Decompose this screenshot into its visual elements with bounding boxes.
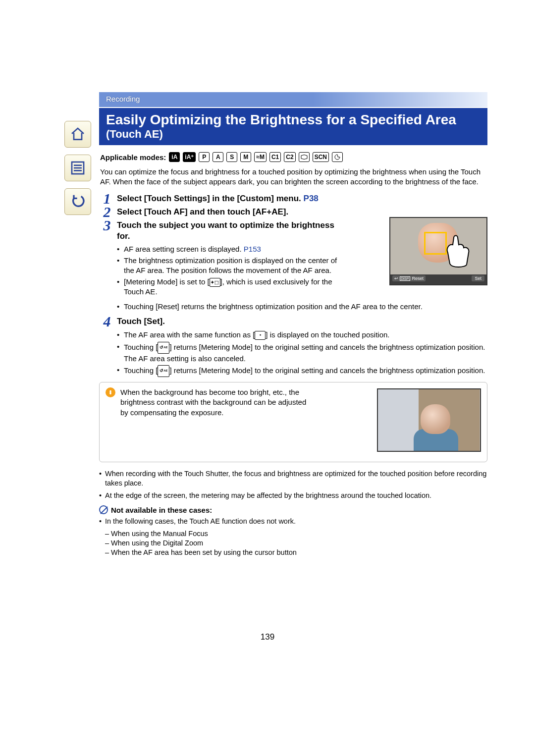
- step-number: 4: [99, 313, 115, 330]
- step-4-bullet: Touching [↺AE] returns [Metering Mode] t…: [117, 365, 487, 377]
- step-3-title: Touch the subject you want to optimize t…: [117, 220, 334, 240]
- mode-chip-m: M: [240, 152, 251, 162]
- mode-chip-c1: C1: [269, 152, 281, 162]
- page-ref-link[interactable]: P38: [304, 194, 319, 203]
- step-4: 4 Touch [Set]. The AF area with the same…: [99, 316, 487, 377]
- na-item: When the AF area has been set by using t…: [99, 548, 487, 557]
- page-title-bar: Easily Optimizing the Brightness for a S…: [99, 108, 487, 145]
- page-number: 139: [0, 632, 535, 642]
- af-area-icon: ▪: [255, 331, 266, 340]
- tip-text: When the background has become too brigh…: [120, 387, 309, 418]
- reset-button-on-screen: ↩DISP.Reset: [392, 275, 426, 281]
- mode-chip-ia: iA: [169, 152, 180, 162]
- mode-chip-c2: C2: [284, 152, 295, 162]
- intro-paragraph: You can optimize the focus and brightnes…: [100, 167, 486, 186]
- page-ref-link[interactable]: P153: [244, 245, 261, 253]
- list-icon: [70, 160, 86, 176]
- not-available-header: Not available in these cases:: [111, 505, 212, 515]
- home-button[interactable]: [64, 121, 91, 148]
- back-arrow-icon: [70, 194, 86, 210]
- step-3-bullet: [Metering Mode] is set to [✦⬚], which is…: [117, 277, 340, 297]
- section-header: Recording: [99, 92, 487, 107]
- step-4-title: Touch [Set].: [117, 317, 165, 326]
- cancel-af-ae-icon: ↺AE: [158, 342, 169, 354]
- step-2: 2 Select [Touch AF] and then touch [AF+A…: [99, 207, 487, 217]
- mode-chip-scn: SCN: [313, 152, 329, 162]
- page-title-sub: (Touch AE): [106, 128, 163, 140]
- set-button-on-screen: Set: [472, 275, 484, 281]
- additional-notes: When recording with the Touch Shutter, t…: [99, 469, 487, 557]
- step-4-bullet: Touching [↺AE] returns [Metering Mode] t…: [117, 342, 487, 364]
- mode-chip-pano: [299, 152, 310, 162]
- step-3: 3 Touch the subject you want to optimize…: [99, 220, 487, 311]
- mode-chip-ia-plus: iA⁺: [183, 152, 196, 162]
- metering-touchae-icon: ✦⬚: [210, 278, 220, 287]
- na-item: When using the Manual Focus: [99, 529, 487, 539]
- tip-bulb-icon: [106, 387, 115, 397]
- page-title: Easily Optimizing the Brightness for a S…: [106, 112, 456, 127]
- touch-hand-icon: [444, 234, 474, 269]
- contents-button[interactable]: [64, 155, 91, 181]
- na-intro: In the following cases, the Touch AE fun…: [99, 517, 487, 526]
- note-item: At the edge of the screen, the metering …: [99, 491, 487, 500]
- mode-chip-creative: [332, 152, 343, 162]
- mode-chip-s: S: [226, 152, 237, 162]
- mode-chip-p: P: [199, 152, 210, 162]
- mode-chip-a: A: [213, 152, 223, 162]
- mode-chip-mv: ≈M: [254, 152, 267, 162]
- step-3-bullet: Touching [Reset] returns the brightness …: [117, 302, 487, 312]
- step-3-bullet: The brightness optimization position is …: [117, 256, 340, 275]
- touch-ae-illustration: ↩DISP.Reset Set: [389, 217, 487, 285]
- step-number: 3: [99, 217, 115, 234]
- exposure-compensation-illustration: [377, 388, 481, 452]
- note-item: When recording with the Touch Shutter, t…: [99, 469, 487, 488]
- tip-box: When the background has become too brigh…: [99, 382, 487, 462]
- back-button[interactable]: [64, 188, 91, 215]
- applicable-modes-row: Applicable modes: iA iA⁺ P A S M ≈M C1 C…: [100, 152, 486, 162]
- doc-sidebar: [64, 121, 91, 215]
- applicable-label: Applicable modes:: [100, 153, 166, 162]
- step-1-title: Select [Touch Settings] in the [Custom] …: [117, 194, 304, 203]
- step-4-bullet: The AF area with the same function as [▪…: [117, 330, 487, 340]
- step-3-bullet: AF area setting screen is displayed. P15…: [117, 244, 340, 254]
- home-icon: [70, 126, 86, 142]
- step-1: 1 Select [Touch Settings] in the [Custom…: [99, 193, 487, 204]
- na-item: When using the Digital Zoom: [99, 539, 487, 548]
- step-2-title: Select [Touch AF] and then touch [AF+AE]…: [117, 207, 288, 216]
- cancel-ae-icon: ↺AE: [158, 365, 169, 377]
- not-available-icon: [99, 505, 108, 514]
- section-label: Recording: [106, 95, 140, 103]
